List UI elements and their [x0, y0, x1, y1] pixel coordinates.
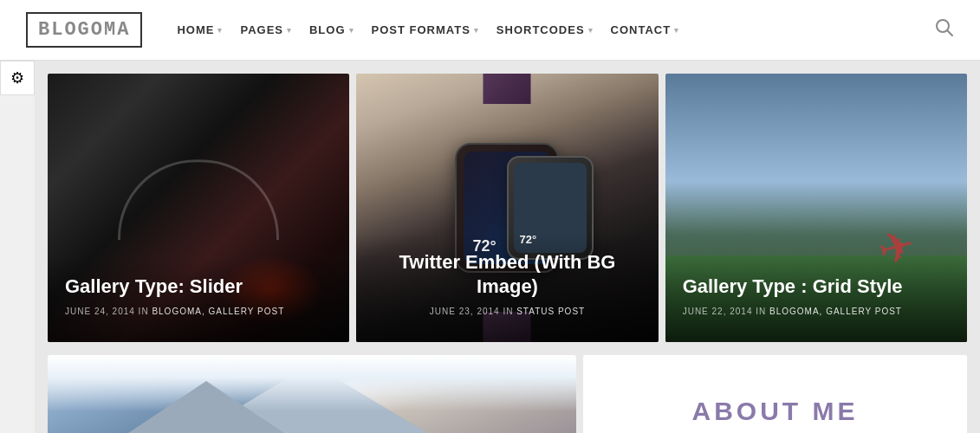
nav-item-contact[interactable]: CONTACT ▾: [611, 23, 680, 36]
card-overlay-2: Twitter Embed (With BG Image) JUNE 23, 2…: [356, 233, 658, 342]
chevron-down-icon: ▾: [287, 26, 292, 35]
chevron-down-icon: ▾: [474, 26, 479, 35]
cards-row: Gallery Type: Slider JUNE 24, 2014 IN BL…: [48, 74, 967, 342]
post-card-1[interactable]: Gallery Type: Slider JUNE 24, 2014 IN BL…: [48, 74, 349, 342]
card-meta-2: JUNE 23, 2014 IN STATUS POST: [373, 307, 640, 316]
card-title-3: Gallery Type : Grid Style: [683, 275, 950, 300]
chevron-down-icon: ▾: [674, 26, 679, 35]
card-overlay-3: Gallery Type : Grid Style JUNE 22, 2014 …: [665, 257, 967, 342]
post-card-3[interactable]: Gallery Type : Grid Style JUNE 22, 2014 …: [665, 74, 967, 342]
gear-icon: ⚙: [10, 68, 24, 87]
snow-cap: [48, 355, 576, 411]
nav-item-shortcodes[interactable]: SHORTCODES ▾: [496, 23, 594, 36]
card-meta-1: JUNE 24, 2014 IN BLOGOMA, GALLERY POST: [65, 307, 332, 316]
chevron-down-icon: ▾: [217, 26, 223, 35]
chevron-down-icon: ▾: [588, 26, 594, 35]
about-me-card[interactable]: ABOUT ME: [583, 355, 967, 433]
nav-item-home[interactable]: HOME ▾: [177, 23, 223, 36]
card-title-2: Twitter Embed (With BG Image): [373, 250, 640, 300]
settings-button[interactable]: ⚙: [0, 61, 35, 95]
main-content: Gallery Type: Slider JUNE 24, 2014 IN BL…: [35, 61, 980, 433]
watch-band-top: [484, 74, 531, 104]
bottom-row: ABOUT ME: [48, 355, 967, 433]
chevron-down-icon: ▾: [349, 26, 354, 35]
nav-item-pages[interactable]: PAGES ▾: [240, 23, 292, 36]
site-header: BLOGOMA HOME ▾ PAGES ▾ BLOG ▾ POST FORMA…: [0, 0, 980, 61]
main-nav: HOME ▾ PAGES ▾ BLOG ▾ POST FORMATS ▾ SHO…: [177, 23, 935, 36]
svg-line-1: [947, 30, 952, 36]
nav-item-blog[interactable]: BLOG ▾: [309, 23, 354, 36]
search-button[interactable]: [935, 18, 954, 42]
site-logo[interactable]: BLOGOMA: [26, 12, 142, 48]
logo-text: BLOGOMA: [38, 19, 130, 41]
card-meta-3: JUNE 22, 2014 IN BLOGOMA, GALLERY POST: [683, 307, 950, 316]
about-me-title: ABOUT ME: [692, 397, 859, 426]
post-card-2[interactable]: Twitter Embed (With BG Image) JUNE 23, 2…: [356, 74, 658, 342]
card-title-1: Gallery Type: Slider: [65, 275, 332, 300]
mountain-image-card[interactable]: [48, 355, 576, 433]
nav-item-post-formats[interactable]: POST FORMATS ▾: [372, 23, 479, 36]
card-overlay-1: Gallery Type: Slider JUNE 24, 2014 IN BL…: [48, 257, 349, 342]
